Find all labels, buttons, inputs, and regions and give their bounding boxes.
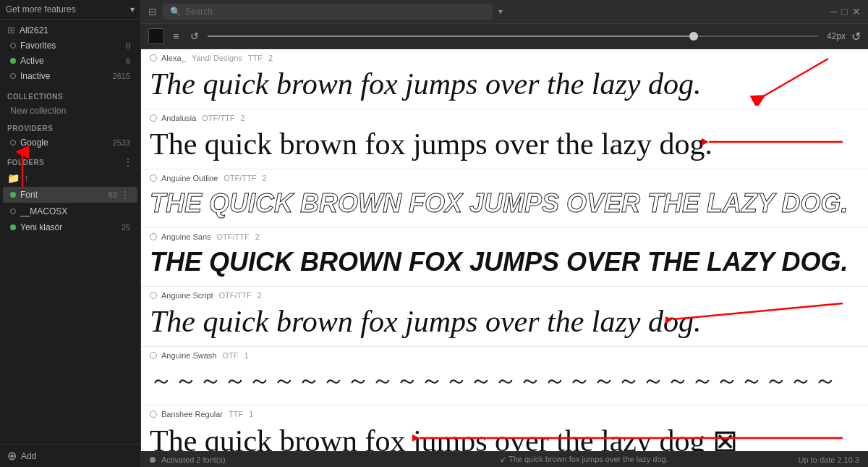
sidebar-item-favorites[interactable]: Favorites 0: [3, 38, 137, 53]
folders-more-icon[interactable]: ⋮: [123, 156, 133, 168]
font-format-andalusia: OTF/TTF: [202, 114, 234, 122]
font-preview-andalusia: The quick brown fox jumps over the lazy …: [141, 124, 868, 169]
search-dropdown-icon[interactable]: ▾: [498, 7, 503, 17]
font-meta-anguine-script: Anguine Script OTF/TTF 2: [141, 287, 868, 301]
upload-icon[interactable]: ↑: [24, 172, 29, 184]
font-name-anguine-swash: Anguine Swash: [161, 351, 216, 360]
minimize-button[interactable]: ─: [830, 6, 838, 17]
reset-icon[interactable]: ↺: [851, 30, 861, 43]
font-meta-banshee: Banshee Regular TTF 1: [141, 405, 868, 420]
font-circle-andalusia: [150, 114, 157, 122]
font-format-anguine-outline: OTF/TTF: [224, 174, 256, 182]
font-count-andalusia: 2: [241, 114, 245, 122]
font-name-anguine-sans: Anguine Sans: [161, 232, 211, 241]
active-count: 6: [126, 56, 130, 65]
font-entry-anguine-script: Anguine Script OTF/TTF 2 The quick brown…: [141, 287, 868, 347]
font-count-anguine-outline: 2: [263, 174, 267, 182]
search-input[interactable]: [185, 7, 485, 17]
folders-header-row: FOLDERS ⋮: [0, 151, 140, 170]
sidebar-bottom: ⊕ Add: [0, 444, 140, 467]
sidebar-item-active[interactable]: Active 6: [3, 54, 137, 68]
font-circle-anguine-swash: [150, 352, 157, 359]
font-count-anguine-sans: 2: [255, 232, 260, 241]
font-format-anguine-script: OTF/TTF: [219, 291, 252, 300]
font-format-anguine-swash: OTF: [222, 351, 238, 360]
size-label: 42px: [824, 31, 846, 41]
folder-item-macosx[interactable]: __MACOSX: [3, 204, 137, 219]
favorites-count: 0: [126, 41, 130, 50]
font-circle-anguine-script: [150, 292, 157, 299]
google-dot: [10, 140, 16, 146]
font-count-anguine-swash: 1: [244, 351, 248, 360]
font-meta-anguine-outline: Anguine Outline OTF/TTF 2: [141, 169, 868, 184]
font-preview-anguine-script: The quick brown fox jumps over the lazy …: [141, 301, 868, 346]
font-name-andalusia: Andalusia: [161, 114, 196, 122]
all-count: 2621: [29, 25, 48, 35]
font-name-anguine-outline: Anguine Outline: [161, 174, 218, 182]
search-bar[interactable]: 🔍: [163, 4, 493, 20]
new-folder-icon[interactable]: 📁: [7, 172, 20, 184]
add-button[interactable]: ⊕ Add: [7, 449, 133, 463]
status-bar: Activated 2 font(s) ↙ The quick brown fo…: [141, 451, 868, 467]
sidebar: Get more features ▾ ⊞ All 2621 Favorites…: [0, 0, 141, 467]
all-label: All: [20, 25, 29, 35]
inactive-dot: [10, 73, 16, 79]
folder-item-font[interactable]: Font 63 ⋮: [3, 187, 137, 203]
font-circle-anguine-outline: [150, 174, 157, 182]
plus-icon: ⊕: [7, 449, 17, 463]
font-circle-anguine-sans: [150, 233, 157, 240]
size-slider[interactable]: [208, 35, 818, 37]
font-meta-anguine-sans: Anguine Sans OTF/TTF 2: [141, 228, 868, 243]
favorites-label: Favorites: [20, 41, 123, 51]
status-left-text: Activated 2 font(s): [161, 455, 370, 464]
font-format-alexa: TTF: [248, 54, 263, 62]
font-folder-more[interactable]: ⋮: [120, 189, 130, 201]
font-preview-anguine-outline: THE QUICK BROWN FOX JUMPS OVER THE LAZY …: [141, 184, 868, 227]
font-entry-anguine-sans: Anguine Sans OTF/TTF 2 THE QUICK BROWN F…: [141, 228, 868, 287]
folder-item-yeni[interactable]: Yeni klasör 25: [3, 220, 137, 235]
folder-action-bar: 📁 ↑: [0, 170, 140, 186]
macosx-folder-dot: [10, 209, 16, 214]
sidebar-top-bar[interactable]: Get more features ▾: [0, 0, 140, 20]
font-circle-banshee: [150, 411, 157, 418]
get-more-features-label[interactable]: Get more features: [6, 4, 76, 14]
google-label: Google: [20, 138, 110, 148]
close-button[interactable]: ✕: [852, 6, 861, 17]
new-collection-button[interactable]: New collection: [3, 104, 137, 118]
font-preview-alexa: The quick brown fox jumps over the lazy …: [141, 64, 868, 109]
sidebar-item-google[interactable]: Google 2533: [3, 135, 137, 150]
font-meta-anguine-swash: Anguine Swash OTF 1: [141, 347, 868, 361]
font-entry-banshee: Banshee Regular TTF 1 The quick brown fo…: [141, 405, 868, 451]
macosx-folder-label: __MACOSX: [20, 206, 127, 216]
restore-button[interactable]: □: [842, 6, 848, 17]
font-count-anguine-script: 2: [258, 291, 262, 300]
inactive-count: 2615: [113, 72, 130, 80]
search-icon: 🔍: [170, 7, 181, 17]
sidebar-item-inactive[interactable]: Inactive 2615: [3, 69, 137, 83]
sidebar-item-all[interactable]: ⊞ All 2621: [0, 22, 140, 38]
font-count-banshee: 1: [249, 410, 253, 418]
font-provider-alexa: Yandi Designs: [192, 54, 242, 62]
collections-header: COLLECTIONS: [0, 87, 140, 103]
curve-icon[interactable]: ↺: [187, 29, 202, 43]
font-preview-anguine-swash: ～～～～～～～～～～～～～～～～～～～～～～～～～～～～: [141, 361, 868, 405]
font-count-alexa: 2: [268, 54, 273, 62]
window-controls: ─ □ ✕: [830, 6, 861, 17]
status-right-text: Up to date 2.10.3: [799, 455, 859, 464]
active-dot: [10, 58, 16, 64]
panel-toggle-icon[interactable]: ⊟: [148, 6, 157, 17]
font-list: Alexa_ Yandi Designs TTF 2 The quick bro…: [141, 49, 868, 451]
color-swatch[interactable]: [148, 28, 164, 44]
status-center-text: ↙ The quick brown fox jumps over the laz…: [375, 455, 792, 464]
font-name-anguine-script: Anguine Script: [161, 291, 213, 300]
chevron-down-icon[interactable]: ▾: [130, 4, 135, 14]
active-label: Active: [20, 56, 123, 66]
font-preview-banshee: The quick brown fox jumps over the lazy …: [141, 420, 868, 451]
font-format-anguine-sans: OTF/TTF: [217, 232, 250, 241]
font-name-alexa: Alexa_: [161, 54, 186, 62]
size-slider-container: [208, 35, 818, 37]
folders-label: FOLDERS: [7, 159, 44, 167]
align-left-icon[interactable]: ≡: [170, 29, 182, 43]
font-format-banshee: TTF: [229, 410, 243, 418]
font-folder-count: 63: [109, 190, 117, 199]
